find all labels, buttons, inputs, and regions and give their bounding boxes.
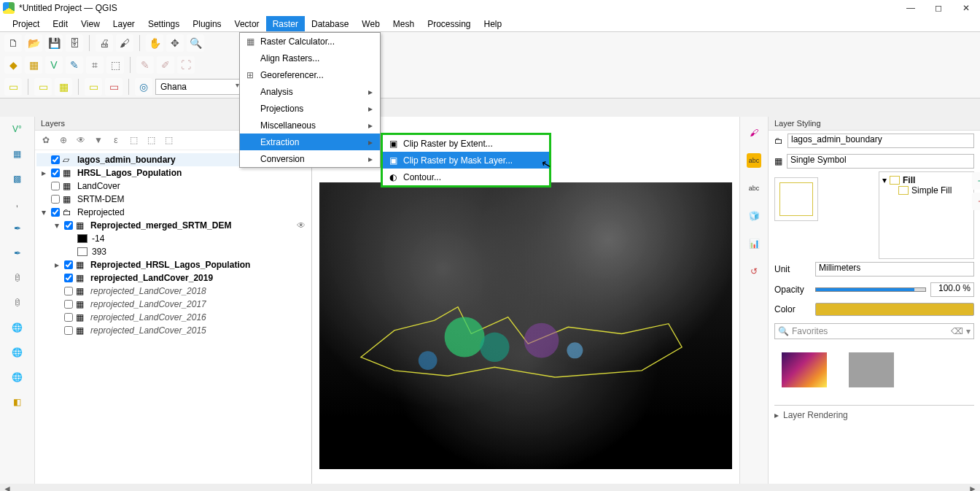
mesh-new-icon[interactable]: ▩ [8, 169, 27, 188]
pan-icon[interactable]: ✋ [146, 34, 163, 52]
styling-layer-select[interactable]: lagos_admin_boundary [788, 134, 974, 148]
layer-visibility-checkbox[interactable] [51, 195, 60, 204]
vector-new-icon[interactable]: V° [8, 120, 27, 139]
edit-toggle-icon[interactable]: ✎ [136, 56, 154, 74]
open-project-icon[interactable]: 📂 [25, 34, 42, 52]
cube3d-icon[interactable]: 🧊 [747, 209, 761, 223]
locator-icon[interactable]: ◎ [135, 78, 152, 96]
layer-reprojected[interactable]: ▾🗀Reprojected [36, 206, 310, 219]
color-picker[interactable] [815, 303, 974, 316]
select-feat-icon[interactable]: ▭ [34, 78, 52, 96]
maximize-button[interactable]: ◻ [933, 3, 944, 13]
swatch-gray[interactable] [849, 352, 894, 387]
layer-reprojected-landcover-2018[interactable]: ▦reprojected_LandCover_2018 [36, 285, 310, 298]
menuitem-conversion[interactable]: Conversion▸ [240, 150, 380, 167]
layer-reprojected-landcover-2019[interactable]: ▦reprojected_LandCover_2019 [36, 271, 310, 285]
menu-settings[interactable]: Settings [141, 16, 186, 31]
layer-visibility-icon[interactable]: 👁 [74, 134, 88, 147]
layer-visibility-checkbox[interactable] [64, 313, 73, 322]
label-bg-icon[interactable]: abc [747, 153, 761, 168]
symbol-layer-tree[interactable]: ▾Fill Simple Fill ＋ － [879, 171, 974, 259]
unit-select[interactable]: Millimeters [815, 262, 974, 277]
dropdown-icon[interactable]: ▾ [966, 326, 971, 336]
remove-symbol-layer-icon[interactable]: － [972, 193, 980, 210]
menu-edit[interactable]: Edit [46, 16, 74, 31]
menu-help[interactable]: Help [478, 16, 509, 31]
pencil-icon[interactable]: ✎ [66, 56, 83, 74]
brush-icon[interactable]: 🖌 [747, 125, 761, 140]
location-combo[interactable]: Ghana [155, 79, 243, 95]
layer-filter-icon[interactable]: ▼ [92, 134, 105, 147]
new-shapefile-icon[interactable]: V [45, 56, 63, 74]
layer-reprojected-merged-srtm-dem[interactable]: ▾▦Reprojected_merged_SRTM_DEM👁 [36, 219, 310, 232]
layers-tree[interactable]: ▱lagos_admin_boundary👁▸▦HRSL_Lagos_Popul… [35, 150, 311, 484]
add-raster-icon[interactable]: ▦ [25, 56, 42, 74]
new-project-icon[interactable]: 🗋 [4, 34, 22, 52]
layer-visibility-checkbox[interactable] [51, 169, 60, 177]
swatch-gradient[interactable] [782, 352, 827, 387]
layer-visibility-checkbox[interactable] [51, 182, 60, 190]
layer-hrsl-lagos-population[interactable]: ▸▦HRSL_Lagos_Population [36, 166, 310, 179]
chip-icon[interactable]: ⌗ [86, 56, 104, 74]
pen-icon[interactable]: ✒ [8, 219, 27, 238]
menu-vector[interactable]: Vector [228, 16, 266, 31]
add-vector-icon[interactable]: ◆ [4, 56, 22, 74]
menuitem-align-rasters-[interactable]: Align Rasters... [240, 50, 380, 66]
label-icon[interactable]: abc [747, 181, 761, 196]
zoom-in-icon[interactable]: 🔍 [187, 34, 204, 52]
menuitem-extraction[interactable]: Extraction▸ [240, 134, 380, 150]
layer-add-group-icon[interactable]: ⊕ [57, 134, 70, 147]
layout-manager-icon[interactable]: 🖨 [96, 34, 113, 52]
globe2-icon[interactable]: 🌐 [8, 343, 27, 362]
add-symbol-layer-icon[interactable]: ＋ [972, 172, 980, 190]
horizontal-scrollbar[interactable]: ◄► [0, 484, 980, 491]
layer-srtm-dem[interactable]: ▦SRTM-DEM [36, 193, 310, 206]
menu-processing[interactable]: Processing [421, 16, 477, 31]
layer-remove-icon[interactable]: ⬚ [162, 134, 175, 147]
layer-landcover[interactable]: ▦LandCover [36, 179, 310, 193]
layer--14[interactable]: -14 [36, 232, 310, 245]
layer-visibility-checkbox[interactable] [64, 326, 73, 335]
layer-visibility-checkbox[interactable] [64, 221, 73, 230]
menuitem-raster-calculator-[interactable]: ▦Raster Calculator... [240, 33, 380, 50]
menu-view[interactable]: View [74, 16, 106, 31]
pen2-icon[interactable]: ✒ [8, 244, 27, 263]
layer-expand-icon[interactable]: ⬚ [127, 134, 140, 147]
opacity-slider[interactable] [815, 287, 926, 292]
menuitem-miscellaneous[interactable]: Miscellaneous▸ [240, 117, 380, 134]
layer-reprojected-landcover-2017[interactable]: ▦reprojected_LandCover_2017 [36, 298, 310, 311]
menuitem-clip-raster-by-extent-[interactable]: ▣Clip Raster by Extent... [383, 135, 549, 152]
menu-plugins[interactable]: Plugins [186, 16, 228, 31]
globe-icon[interactable]: 🌐 [8, 318, 27, 337]
menuitem-projections[interactable]: Projections▸ [240, 100, 380, 117]
layer-visibility-checkbox[interactable] [64, 260, 73, 269]
layer-reprojected-landcover-2016[interactable]: ▦reprojected_LandCover_2016 [36, 311, 310, 324]
close-button[interactable]: ✕ [961, 3, 971, 13]
db-icon[interactable]: 🛢 [8, 268, 27, 287]
menu-layer[interactable]: Layer [106, 16, 141, 31]
select-rect-icon[interactable]: ▭ [4, 78, 22, 96]
menu-database[interactable]: Database [305, 16, 355, 31]
opacity-value[interactable]: 100.0 % [930, 282, 974, 297]
edit-misc-icon[interactable]: ⛶ [177, 56, 195, 74]
misc-icon[interactable]: ⬚ [106, 56, 124, 74]
select-poly-icon[interactable]: ▭ [85, 78, 102, 96]
layer-rendering-section[interactable]: ▸ Layer Rendering [774, 405, 974, 425]
save-as-icon[interactable]: 🗄 [66, 34, 83, 52]
layer-collapse-icon[interactable]: ⬚ [144, 134, 158, 147]
history-icon[interactable]: ↺ [747, 264, 761, 279]
layer-style-icon[interactable]: ✿ [39, 134, 52, 147]
layer-visibility-checkbox[interactable] [51, 155, 60, 164]
select-all-icon[interactable]: ▦ [55, 78, 72, 96]
menuitem-analysis[interactable]: Analysis▸ [240, 83, 380, 100]
chart-icon[interactable]: 📊 [747, 236, 761, 251]
csv-icon[interactable]: , [8, 194, 27, 213]
menuitem-clip-raster-by-mask-layer-[interactable]: ▣Clip Raster by Mask Layer... [383, 152, 549, 169]
raster-new-icon[interactable]: ▦ [8, 144, 27, 163]
map-view[interactable] [319, 182, 732, 469]
clear-icon[interactable]: ⌫ [951, 326, 963, 336]
layer-visibility-checkbox[interactable] [64, 300, 73, 309]
menu-mesh[interactable]: Mesh [386, 16, 421, 31]
globe3-icon[interactable]: 🌐 [8, 368, 27, 387]
menu-raster[interactable]: Raster [266, 16, 305, 31]
